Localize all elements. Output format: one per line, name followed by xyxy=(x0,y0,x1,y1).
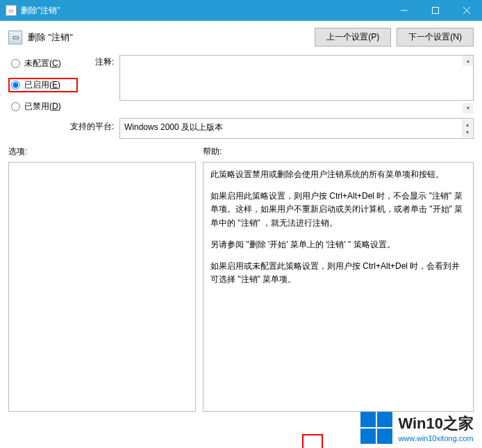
policy-title: 删除 "注销" xyxy=(28,31,315,44)
watermark-sub: www.win10xitong.com xyxy=(398,434,473,442)
platform-value: Windows 2000 及以上版本 xyxy=(124,122,223,132)
prev-setting-button[interactable]: 上一个设置(P) xyxy=(315,28,391,47)
config-row: 未配置(C) 已启用(E) 已禁用(D) 注释: ▴ ▾ xyxy=(8,55,474,114)
platform-field: Windows 2000 及以上版本 ▴ ▾ xyxy=(119,118,474,139)
watermark-main: Win10之家 xyxy=(398,413,474,434)
nav-buttons: 上一个设置(P) 下一个设置(N) xyxy=(315,28,474,47)
help-paragraph: 另请参阅 "删除 '开始' 菜单上的 '注销' " 策略设置。 xyxy=(210,238,466,251)
lower-section: 选项: 帮助: 此策略设置禁用或删除会使用户注销系统的所有菜单项和按钮。 如果启… xyxy=(8,146,474,412)
titlebar: ▭ 删除"注销" xyxy=(0,0,482,21)
options-box xyxy=(8,162,196,412)
radio-not-configured-label: 未配置(C) xyxy=(24,58,61,69)
close-button[interactable] xyxy=(451,0,482,21)
radio-disabled-label: 已禁用(D) xyxy=(24,101,61,113)
watermark-text: Win10之家 www.win10xitong.com xyxy=(398,413,474,442)
comment-textarea[interactable] xyxy=(119,55,474,101)
radio-enabled[interactable]: 已启用(E) xyxy=(8,78,78,92)
help-paragraph: 此策略设置禁用或删除会使用户注销系统的所有菜单项和按钮。 xyxy=(210,168,466,181)
help-box: 此策略设置禁用或删除会使用户注销系统的所有菜单项和按钮。 如果启用此策略设置，则… xyxy=(203,162,474,412)
platform-row: 支持的平台: Windows 2000 及以上版本 ▴ ▾ xyxy=(8,118,474,139)
maximize-button[interactable] xyxy=(419,0,451,21)
options-column: 选项: xyxy=(8,146,196,412)
platform-label: 支持的平台: xyxy=(8,118,119,139)
options-label: 选项: xyxy=(8,146,196,158)
scroll-down-icon: ▾ xyxy=(463,103,473,113)
comment-label: 注释: xyxy=(78,55,119,114)
window-title: 删除"注销" xyxy=(21,5,388,17)
radio-disabled-input[interactable] xyxy=(11,102,20,111)
policy-icon: ▭ xyxy=(8,31,22,44)
state-radios: 未配置(C) 已启用(E) 已禁用(D) xyxy=(8,55,78,114)
scroll-down-icon: ▾ xyxy=(462,127,472,138)
help-paragraph: 如果启用此策略设置，则用户按 Ctrl+Alt+Del 时，不会显示 "注销" … xyxy=(210,190,466,230)
radio-disabled[interactable]: 已禁用(D) xyxy=(8,99,78,114)
app-icon: ▭ xyxy=(6,5,17,16)
comment-field-wrapper: ▴ ▾ xyxy=(119,55,474,114)
header-row: ▭ 删除 "注销" 上一个设置(P) 下一个设置(N) xyxy=(8,28,474,47)
watermark: Win10之家 www.win10xitong.com xyxy=(360,412,474,444)
content-area: ▭ 删除 "注销" 上一个设置(P) 下一个设置(N) 未配置(C) 已启用(E… xyxy=(0,21,482,419)
windows-logo-icon xyxy=(360,412,392,444)
radio-not-configured[interactable]: 未配置(C) xyxy=(8,56,78,71)
highlight-marker xyxy=(302,434,323,448)
scroll-up-icon: ▴ xyxy=(462,119,472,130)
help-label: 帮助: xyxy=(203,146,474,158)
radio-not-configured-input[interactable] xyxy=(11,59,20,68)
svg-rect-1 xyxy=(432,8,438,14)
help-paragraph: 如果启用或未配置此策略设置，则用户按 Ctrl+Alt+Del 时，会看到并可选… xyxy=(210,260,466,286)
minimize-button[interactable] xyxy=(388,0,419,21)
window-controls xyxy=(388,0,482,21)
radio-enabled-input[interactable] xyxy=(11,81,20,90)
help-column: 帮助: 此策略设置禁用或删除会使用户注销系统的所有菜单项和按钮。 如果启用此策略… xyxy=(203,146,474,412)
radio-enabled-label: 已启用(E) xyxy=(24,79,60,91)
next-setting-button[interactable]: 下一个设置(N) xyxy=(397,28,474,47)
